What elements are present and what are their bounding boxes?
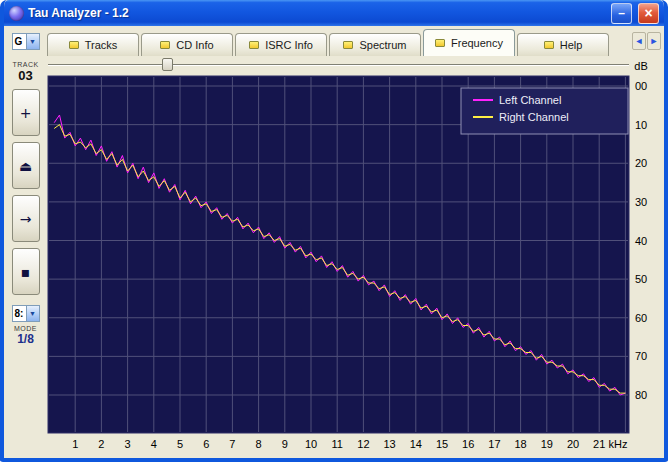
window-body: TRACK 03 + ⏏ → ▪ 8: ▼ MODE 1/8 Left Chan… (4, 56, 664, 458)
y-axis-labels: dB001020304050607080 (634, 60, 647, 401)
tab-label: Spectrum (359, 39, 406, 51)
tab-label: CD Info (176, 39, 213, 51)
dropdown-arrow-icon[interactable]: ▼ (26, 34, 39, 49)
add-button[interactable]: + (12, 89, 40, 136)
chart-region: Left ChannelRight Channel123456789101112… (47, 56, 664, 458)
window-title: Tau Analyzer - 1.2 (28, 6, 605, 20)
tab-label: ISRC Info (265, 39, 313, 51)
svg-text:14: 14 (410, 438, 422, 450)
svg-text:6: 6 (203, 438, 209, 450)
svg-text:3: 3 (125, 438, 131, 450)
slider-thumb[interactable] (162, 58, 173, 71)
group-select[interactable]: G ▼ (12, 33, 40, 50)
mode-value: 1/8 (17, 332, 34, 346)
stop-button[interactable]: ▪ (12, 248, 40, 295)
svg-text:17: 17 (488, 438, 500, 450)
svg-text:18: 18 (514, 438, 526, 450)
mode-select-value: 8: (13, 306, 26, 321)
svg-text:16: 16 (462, 438, 474, 450)
tab-spectrum[interactable]: Spectrum (329, 33, 421, 56)
tab-icon (544, 41, 554, 49)
x-axis-labels: 123456789101112131415161718192021kHz (72, 438, 627, 450)
tab-help[interactable]: Help (517, 33, 609, 56)
tab-icon (249, 41, 259, 49)
slider-track[interactable] (48, 64, 629, 66)
tab-gutter: G ▼ (4, 26, 47, 56)
close-button[interactable]: × (638, 3, 659, 24)
tab-isrc-info[interactable]: ISRC Info (235, 33, 327, 56)
scroll-right-button[interactable]: ► (647, 32, 661, 50)
tab-icon (69, 41, 79, 49)
svg-text:20: 20 (567, 438, 579, 450)
group-select-value: G (13, 34, 26, 49)
svg-text:10: 10 (635, 119, 647, 131)
tab-icon (435, 39, 445, 47)
position-slider (48, 57, 629, 72)
tab-frequency[interactable]: Frequency (423, 29, 515, 56)
svg-text:Right Channel: Right Channel (499, 111, 569, 123)
svg-text:4: 4 (151, 438, 157, 450)
svg-text:11: 11 (331, 438, 342, 450)
app-icon (9, 6, 24, 21)
tab-cd-info[interactable]: CD Info (141, 33, 233, 56)
svg-text:20: 20 (635, 157, 647, 169)
tab-tracks[interactable]: Tracks (47, 33, 139, 56)
tab-label: Tracks (85, 39, 118, 51)
tab-scroll: ◄ ► (632, 32, 664, 56)
svg-text:70: 70 (635, 350, 647, 362)
svg-text:00: 00 (635, 80, 647, 92)
svg-text:8: 8 (256, 438, 262, 450)
svg-text:60: 60 (635, 312, 647, 324)
dropdown-arrow-icon[interactable]: ▼ (26, 306, 39, 321)
svg-text:dB: dB (634, 60, 647, 72)
minimize-button[interactable]: – (611, 3, 632, 24)
forward-button[interactable]: → (12, 195, 40, 242)
frequency-chart: Left ChannelRight Channel123456789101112… (47, 56, 664, 458)
svg-text:7: 7 (229, 438, 235, 450)
tab-label: Frequency (451, 37, 503, 49)
svg-text:12: 12 (357, 438, 369, 450)
svg-text:13: 13 (383, 438, 395, 450)
svg-text:9: 9 (282, 438, 288, 450)
track-label: TRACK (12, 61, 38, 68)
legend: Left ChannelRight Channel (461, 88, 628, 134)
svg-text:21: 21 (593, 438, 605, 450)
track-number: 03 (18, 68, 32, 83)
tab-bar: G ▼ Tracks CD Info ISRC Info Spectrum Fr… (4, 26, 664, 56)
svg-text:50: 50 (635, 273, 647, 285)
svg-text:5: 5 (177, 438, 183, 450)
svg-text:kHz: kHz (609, 438, 628, 450)
svg-text:Left Channel: Left Channel (499, 94, 561, 106)
svg-text:19: 19 (541, 438, 553, 450)
tab-icon (343, 41, 353, 49)
mode-label: MODE (14, 325, 37, 332)
svg-text:10: 10 (305, 438, 317, 450)
svg-text:15: 15 (436, 438, 448, 450)
svg-text:2: 2 (98, 438, 104, 450)
scroll-left-button[interactable]: ◄ (632, 32, 646, 50)
svg-text:1: 1 (72, 438, 78, 450)
titlebar: Tau Analyzer - 1.2 – × (4, 0, 664, 26)
svg-text:30: 30 (635, 196, 647, 208)
svg-text:40: 40 (635, 235, 647, 247)
sidebar: TRACK 03 + ⏏ → ▪ 8: ▼ MODE 1/8 (4, 56, 47, 458)
svg-text:80: 80 (635, 389, 647, 401)
app-window: Tau Analyzer - 1.2 – × G ▼ Tracks CD Inf… (0, 0, 668, 462)
tab-label: Help (560, 39, 583, 51)
mode-select[interactable]: 8: ▼ (12, 305, 40, 322)
eject-button[interactable]: ⏏ (12, 142, 40, 189)
tab-icon (160, 41, 170, 49)
